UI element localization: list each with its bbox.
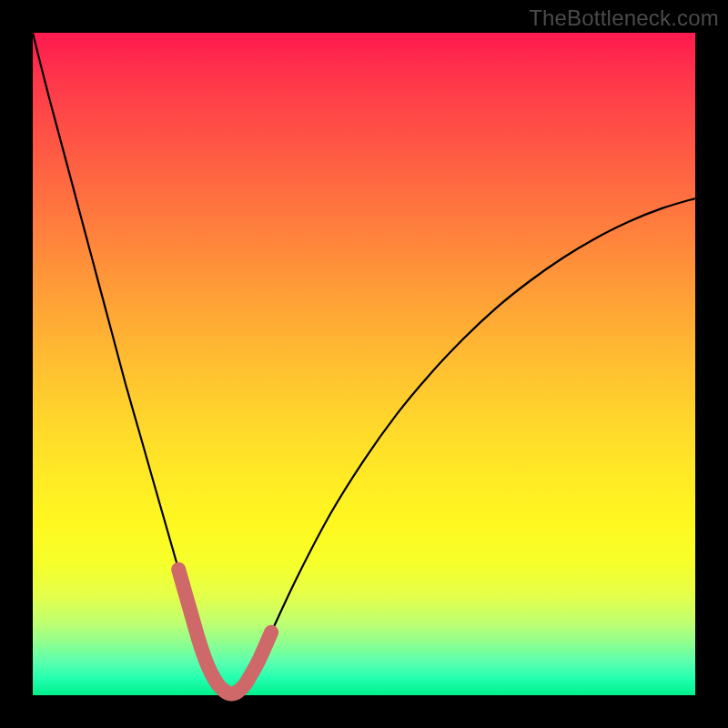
bottleneck-curve-path	[33, 33, 695, 694]
plot-area	[33, 33, 695, 695]
chart-frame: TheBottleneck.com	[0, 0, 728, 728]
watermark-text: TheBottleneck.com	[529, 5, 719, 31]
curve-svg	[33, 33, 695, 695]
bottleneck-highlight-path	[178, 570, 271, 694]
